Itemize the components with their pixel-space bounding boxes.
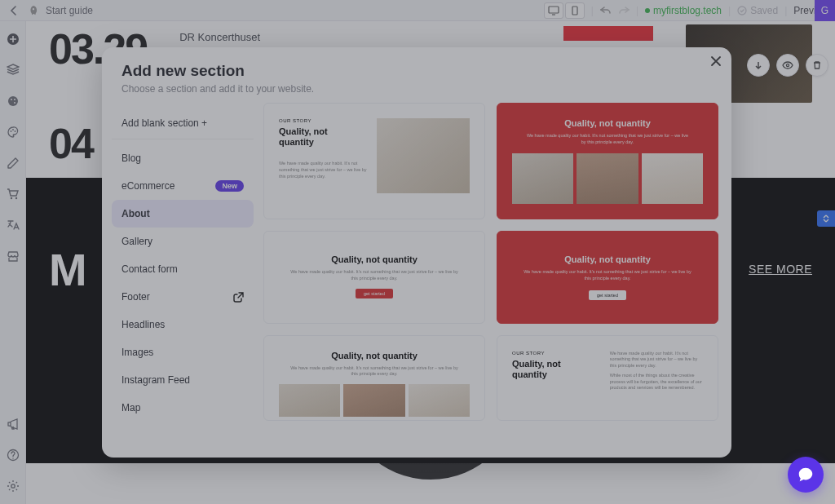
modal-overlay[interactable] (0, 0, 835, 504)
chat-icon (797, 466, 815, 484)
chat-help-button[interactable] (788, 457, 824, 493)
